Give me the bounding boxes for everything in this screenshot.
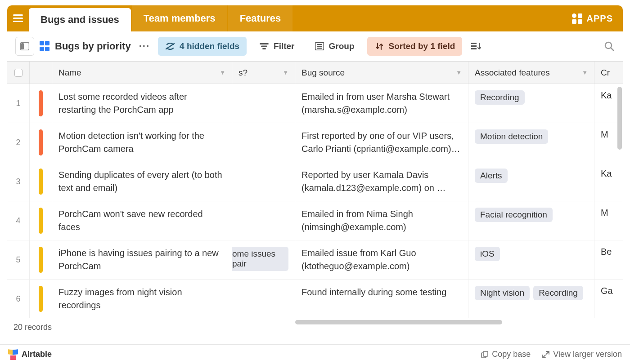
header-s[interactable]: s? ▼ [232, 62, 295, 84]
partial-cell[interactable] [232, 123, 295, 162]
svg-rect-5 [260, 43, 269, 44]
feature-tag[interactable]: Recording [533, 286, 583, 300]
partial-cell[interactable] [232, 280, 295, 318]
associated-features-cell[interactable]: iOS [468, 240, 594, 279]
hidden-fields-label: 4 hidden fields [180, 41, 239, 51]
priority-indicator [39, 247, 43, 273]
copy-base-button[interactable]: Copy base [481, 350, 531, 359]
topbar: Bugs and issues Team members Features AP… [7, 5, 623, 31]
bug-source-cell[interactable]: Found internally during some testing [295, 280, 468, 318]
feature-tag[interactable]: Motion detection [475, 129, 548, 144]
horizontal-scrollbar-thumb[interactable] [295, 320, 502, 324]
feature-tag[interactable]: Alerts [475, 169, 508, 183]
header-priority[interactable] [30, 62, 52, 84]
bug-source-cell[interactable]: Reported by user Kamala Davis (kamala.d1… [295, 162, 468, 201]
airtable-logo-icon [8, 350, 18, 360]
header-bug-source-label: Bug source [302, 68, 345, 78]
priority-cell [30, 240, 52, 279]
table-header-row: Name ▼ s? ▼ Bug source ▼ Associated feat… [7, 62, 623, 84]
toggle-sidebar-button[interactable] [15, 37, 34, 56]
header-bug-source[interactable]: Bug source ▼ [295, 62, 468, 84]
tab-bugs-and-issues[interactable]: Bugs and issues [29, 8, 131, 31]
table-row[interactable]: 4PorchCam won't save new recorded facesE… [7, 201, 623, 240]
sort-button[interactable]: Sorted by 1 field [367, 37, 463, 56]
search-button[interactable] [604, 41, 615, 52]
table-row[interactable]: 5iPhone is having issues pairing to a ne… [7, 240, 623, 280]
header-name[interactable]: Name ▼ [52, 62, 232, 84]
associated-features-cell[interactable]: Recording [468, 84, 594, 123]
bug-source-cell[interactable]: Emailed in from Nima Singh (nimsingh@exa… [295, 201, 468, 240]
hidden-fields-icon [165, 41, 175, 51]
priority-cell [30, 84, 52, 123]
associated-features-cell[interactable]: Alerts [468, 162, 594, 201]
priority-cell [30, 280, 52, 318]
brand[interactable]: Airtable [8, 350, 52, 360]
created-cell[interactable]: M [594, 201, 621, 240]
chevron-down-icon: ▼ [283, 69, 288, 76]
filter-label: Filter [274, 41, 294, 51]
priority-indicator [39, 169, 43, 195]
svg-rect-9 [317, 44, 322, 45]
view-larger-button[interactable]: View larger version [542, 350, 622, 359]
created-cell[interactable]: Be [594, 240, 621, 279]
table-tabs: Bugs and issues Team members Features [29, 5, 293, 31]
select-all-checkbox[interactable] [14, 69, 22, 77]
bug-source-cell[interactable]: Emailed in from user Marsha Stewart (mar… [295, 84, 468, 123]
partial-cell[interactable] [232, 84, 295, 123]
svg-rect-12 [471, 43, 477, 44]
hidden-fields-button[interactable]: 4 hidden fields [158, 37, 247, 56]
svg-rect-7 [262, 48, 266, 49]
row-height-button[interactable] [468, 37, 485, 56]
feature-tag[interactable]: iOS [475, 247, 500, 261]
table-row[interactable]: 2Motion detection isn't working for the … [7, 123, 623, 162]
tab-label: Bugs and issues [40, 14, 119, 26]
name-cell[interactable]: PorchCam won't save new recorded faces [52, 201, 232, 240]
table-row[interactable]: 1Lost some recorded videos after restart… [7, 84, 623, 123]
name-cell[interactable]: iPhone is having issues pairing to a new… [52, 240, 232, 279]
priority-indicator [39, 286, 43, 312]
hamburger-icon [13, 14, 23, 22]
feature-tag[interactable]: Night vision [475, 286, 530, 300]
associated-features-cell[interactable]: Night visionRecording [468, 280, 594, 318]
associated-features-cell[interactable]: Motion detection [468, 123, 594, 162]
table-row[interactable]: 6Fuzzy images from night vision recordin… [7, 280, 623, 318]
associated-features-cell[interactable]: Facial recognition [468, 201, 594, 240]
chevron-down-icon: ▼ [220, 69, 225, 76]
grid-table: Name ▼ s? ▼ Bug source ▼ Associated feat… [7, 62, 623, 344]
vertical-scrollbar[interactable] [617, 87, 622, 150]
tab-features[interactable]: Features [228, 5, 293, 31]
partial-cell[interactable] [232, 201, 295, 240]
svg-rect-13 [471, 45, 477, 47]
created-cell[interactable]: Ka [594, 162, 621, 201]
view-more-button[interactable]: ··· [136, 40, 153, 52]
bug-source-cell[interactable]: Emailed issue from Karl Guo (ktotheguo@e… [295, 240, 468, 279]
created-cell[interactable]: Ga [594, 280, 621, 318]
header-associated-features[interactable]: Associated features ▼ [468, 62, 594, 84]
partial-cell[interactable]: ome issues pair [232, 240, 295, 279]
bug-source-cell[interactable]: First reported by one of our VIP users, … [295, 123, 468, 162]
tab-team-members[interactable]: Team members [132, 5, 227, 31]
priority-cell [30, 162, 52, 201]
row-number: 1 [7, 84, 30, 123]
view-picker[interactable]: Bugs by priority [40, 40, 131, 52]
tab-label: Features [240, 13, 281, 24]
horizontal-scrollbar-track[interactable] [7, 319, 623, 325]
name-cell[interactable]: Fuzzy images from night vision recording… [52, 280, 232, 318]
feature-tag[interactable]: Recording [475, 90, 525, 105]
filter-button[interactable]: Filter [252, 37, 302, 56]
partial-cell[interactable] [232, 162, 295, 201]
menu-button[interactable] [7, 5, 29, 31]
name-cell[interactable]: Lost some recorded videos after restarti… [52, 84, 232, 123]
apps-button[interactable]: APPS [562, 5, 623, 31]
name-cell[interactable]: Sending duplicates of every alert (to bo… [52, 162, 232, 201]
sidebar-icon [20, 42, 29, 50]
group-button[interactable]: Group [307, 37, 362, 56]
table-row[interactable]: 3Sending duplicates of every alert (to b… [7, 162, 623, 201]
feature-tag[interactable]: Facial recognition [475, 208, 553, 222]
svg-rect-2 [13, 21, 23, 22]
header-created[interactable]: Cr [594, 62, 621, 84]
header-select-all[interactable] [7, 62, 30, 84]
header-name-label: Name [58, 68, 81, 78]
row-number: 6 [7, 280, 30, 318]
name-cell[interactable]: Motion detection isn't working for the P… [52, 123, 232, 162]
